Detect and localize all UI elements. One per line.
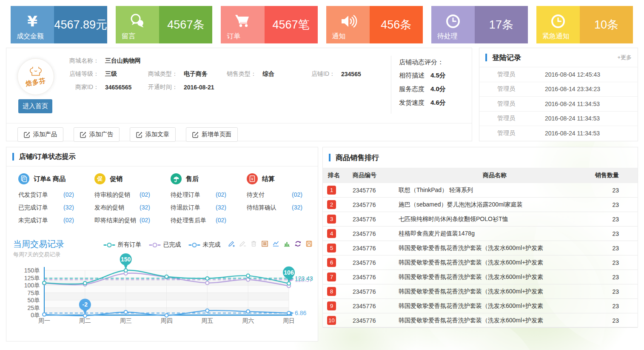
stat-card-0[interactable]: ¥成交金额4567.89元 (11, 6, 107, 43)
product-sku: 2345776 (353, 303, 399, 310)
status-item-count[interactable]: (02) (140, 216, 150, 224)
login-time: 2016-08-24 11:34:53 (545, 115, 600, 122)
trash-icon[interactable] (250, 240, 257, 247)
rating-row: 服务态度4.0分 (399, 82, 466, 96)
svg-text:周一: 周一 (38, 317, 50, 324)
login-user: 管理员 (497, 85, 545, 93)
status-item[interactable]: 未完成订单(02) (18, 216, 86, 224)
more-link[interactable]: +更多 (617, 54, 632, 61)
ranking-row[interactable]: 22345776施巴（sebamed）婴儿泡泡沐浴露200ml家庭装23 (323, 198, 638, 212)
ranking-row[interactable]: 102345776韩国爱敬挚爱香氛花香洗护套装（洗发水600ml+护发素23 (323, 313, 638, 328)
login-time: 2016-08-24 11:34:53 (545, 100, 600, 107)
sales-ranking-panel: 商品销售排行 排名商品编号商品名称销售数量 12345776联想（ThinkPa… (322, 147, 638, 327)
status-item-count[interactable]: (02) (140, 191, 150, 199)
status-item[interactable]: 发布的促销(32) (94, 204, 162, 212)
legend-item-0[interactable]: 所有订单 (104, 241, 142, 249)
line-chart-icon[interactable] (272, 240, 279, 247)
sales-qty: 23 (591, 230, 638, 237)
chart-legend: 所有订单已完成未完成 (104, 241, 221, 249)
add-single-page-button[interactable]: 新增单页面 (186, 127, 238, 142)
status-item[interactable]: 待支付(02) (247, 191, 314, 199)
svg-text:¥: ¥ (251, 177, 254, 181)
status-item[interactable]: 待审核的促销(02) (94, 191, 162, 199)
status-item[interactable]: 待处理订单(02) (171, 191, 238, 199)
status-item[interactable]: 待退款订单(32) (171, 204, 238, 212)
svg-text:123.43: 123.43 (295, 275, 313, 282)
stat-card-label: 留言 (122, 32, 135, 41)
rank-badge: 4 (327, 229, 336, 238)
add-article-button[interactable]: 添加文章 (130, 127, 176, 142)
data-view-icon[interactable] (261, 240, 268, 247)
stat-card-5[interactable]: 紧急通知10条 (536, 6, 633, 43)
bar-chart-icon[interactable] (283, 240, 291, 247)
legend-label: 未完成 (203, 241, 221, 249)
login-user: 管理员 (497, 100, 545, 108)
status-item-count[interactable]: (32) (292, 204, 302, 212)
legend-marker-icon (189, 243, 200, 247)
stat-card-1[interactable]: 留言4567条 (116, 6, 212, 43)
add-product-button[interactable]: 添加产品 (17, 127, 63, 142)
store-field: 店铺ID：234565 (305, 70, 383, 78)
save-icon[interactable] (305, 240, 313, 247)
ranking-row[interactable]: 82345776韩国爱敬挚爱香氛花香洗护套装（洗发水600ml+护发素23 (323, 284, 638, 299)
status-item-count[interactable]: (02) (292, 191, 302, 199)
sales-qty: 23 (591, 187, 638, 194)
status-item-label: 已完成订单 (18, 204, 60, 212)
svg-text:¥: ¥ (27, 13, 37, 29)
stat-card-value: 4567.89元 (54, 6, 107, 43)
status-item-count[interactable]: (02) (216, 216, 226, 224)
stat-card-3[interactable]: 通知456条 (326, 6, 423, 43)
status-item[interactable]: 代发货订单(02) (18, 191, 86, 199)
status-item-count[interactable]: (02) (216, 191, 226, 199)
field-value: 三级 (105, 70, 117, 78)
add-ad-button[interactable]: 添加广告 (74, 127, 120, 142)
status-item-count[interactable]: (32) (63, 204, 74, 212)
legend-item-1[interactable]: 已完成 (149, 241, 181, 249)
ranking-header: 商品销售排行 (323, 147, 638, 168)
rank-badge: 6 (327, 258, 336, 267)
shop-admin-dashboard: ¥成交金额4567.89元留言4567条订单4567笔通知456条待处理17条紧… (0, 0, 644, 350)
svg-text:6.86: 6.86 (295, 310, 306, 316)
ranking-row[interactable]: 72345776韩国爱敬挚爱香氛花香洗护套装（洗发水600ml+护发素23 (323, 270, 638, 284)
stat-card-label: 通知 (332, 32, 346, 41)
sales-qty: 23 (591, 201, 638, 208)
login-user: 管理员 (497, 115, 545, 122)
pencil-add-icon[interactable] (228, 240, 235, 247)
svg-text:75单: 75单 (27, 290, 40, 296)
status-item-count[interactable]: (32) (140, 204, 150, 212)
yen-icon: ¥ (24, 13, 41, 29)
status-item[interactable]: 待处理售后单(02) (171, 216, 238, 224)
store-ratings: 店铺动态评分： 相符描述4.5分服务态度4.0分发货速度4.6分 (391, 56, 466, 114)
store-field: 商城名称：三台山购物网 (68, 57, 141, 65)
ranking-row[interactable]: 12345776联想（ThinkPad） 轻薄系列23 (323, 183, 638, 198)
status-group-title: 售后 (186, 175, 199, 183)
status-item[interactable]: 已完成订单(32) (18, 204, 86, 212)
field-value: 三台山购物网 (105, 57, 141, 65)
ranking-row[interactable]: 62345776韩国爱敬挚爱香氛花香洗护套装（洗发水600ml+护发素23 (323, 255, 638, 270)
ranking-table-header: 排名商品编号商品名称销售数量 (323, 168, 638, 183)
login-log-row: 管理员2016-08-04 12:45:43 (479, 67, 638, 82)
stat-card-2[interactable]: 订单4567笔 (221, 6, 317, 43)
status-item-count[interactable]: (32) (216, 204, 226, 212)
legend-item-2[interactable]: 未完成 (189, 241, 221, 249)
quick-button-label: 添加广告 (89, 131, 113, 138)
store-logo: 焙多芬 (17, 58, 54, 95)
stat-card-label: 订单 (227, 32, 240, 41)
accent-bar (329, 154, 331, 161)
ranking-row[interactable]: 42345776桂格即食燕麦片超值装1478g23 (323, 227, 638, 241)
rank-badge: 5 (327, 244, 336, 252)
ranking-row[interactable]: 52345776韩国爱敬挚爱香氛花香洗护套装（洗发水600ml+护发素23 (323, 241, 638, 255)
pencil-minus-icon[interactable] (239, 240, 246, 247)
status-item-count[interactable]: (02) (63, 216, 74, 224)
ranking-row[interactable]: 32345776七匹狼纯棉时尚休闲条纹翻领POLO衫T恤23 (323, 212, 638, 227)
enter-home-button[interactable]: 进入首页 (18, 99, 52, 113)
product-sku: 2345776 (353, 288, 399, 295)
status-item[interactable]: 即将结束的促销(02) (94, 216, 162, 224)
svg-text:周三: 周三 (120, 317, 132, 324)
svg-text:周五: 周五 (201, 317, 213, 324)
stat-card-4[interactable]: 待处理17条 (431, 6, 528, 43)
status-item[interactable]: 待结算确认(32) (247, 204, 314, 212)
ranking-row[interactable]: 92345776韩国爱敬挚爱香氛花香洗护套装（洗发水600ml+护发素23 (323, 299, 638, 313)
status-item-count[interactable]: (02) (63, 191, 74, 199)
refresh-icon[interactable] (294, 240, 302, 247)
